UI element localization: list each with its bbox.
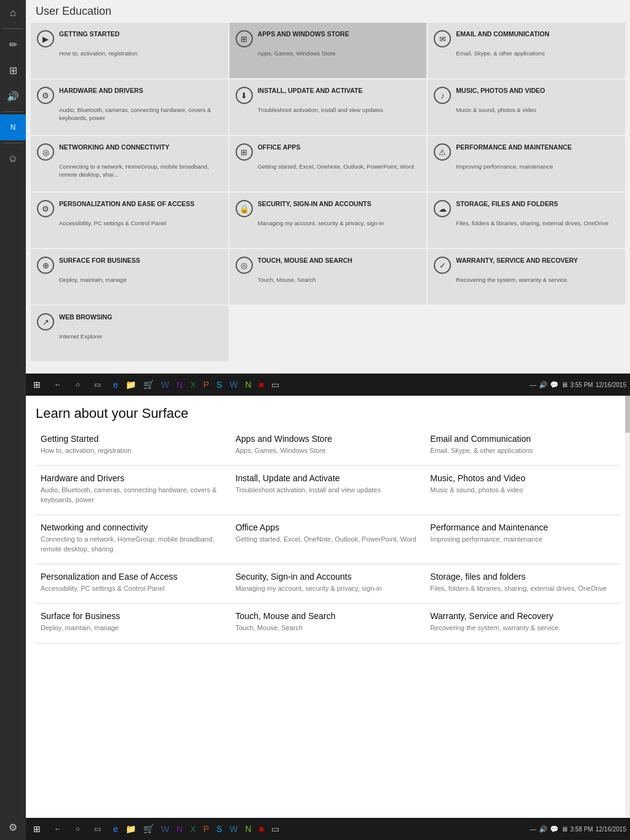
bottom-item-0[interactable]: Getting Started How to, activation, regi… (36, 426, 231, 466)
bottom-item-4[interactable]: Install, Update and Activate Troubleshoo… (231, 466, 426, 515)
scrollbar-thumb[interactable] (625, 396, 630, 433)
back-btn-bottom[interactable]: ← (48, 818, 68, 840)
grid-item-4[interactable]: ⬇ INSTALL, UPDATE AND ACTIVATE Troublesh… (229, 79, 427, 135)
grid-item-header-11: ☁ STORAGE, FILES AND FOLDERS (434, 200, 619, 217)
bottom-item-6[interactable]: Networking and connectivity Connecting t… (36, 515, 231, 564)
grid-item-11[interactable]: ☁ STORAGE, FILES AND FOLDERS Files, fold… (428, 193, 625, 248)
ie-icon[interactable]: e (110, 374, 122, 396)
tablet-btn-bottom[interactable]: ▭ (87, 818, 107, 840)
bottom-item-8[interactable]: Performance and Maintenance Improving pe… (425, 515, 620, 564)
ie-icon-b[interactable]: e (110, 818, 122, 840)
back-btn-top[interactable]: ← (48, 374, 68, 396)
bottom-item-3[interactable]: Hardware and Drivers Audio, Bluetooth, c… (36, 466, 231, 515)
bottom-item-9[interactable]: Personalization and Ease of Access Acces… (36, 564, 231, 604)
skype-icon[interactable]: S (213, 374, 226, 396)
grid-title-9: PERSONALIZATION AND EASE OF ACCESS (59, 200, 194, 208)
grid-item-3[interactable]: ⚙ HARDWARE AND DRIVERS Audio, Bluetooth,… (31, 79, 228, 135)
ppt-icon[interactable]: P (199, 374, 212, 396)
store-icon-b[interactable]: 🛒 (140, 818, 158, 840)
grid-item-6[interactable]: ◎ NETWORKING AND CONNECTIVITY Connecting… (31, 136, 228, 191)
bottom-item-title-9: Personalization and Ease of Access (41, 572, 226, 582)
bottom-header: Learn about your Surface (26, 396, 630, 426)
onenote-icon-b[interactable]: N (173, 818, 186, 840)
word-icon-b[interactable]: W (158, 818, 173, 840)
grid-title-0: GETTING STARTED (59, 30, 119, 38)
grid-item-10[interactable]: 🔒 SECURITY, SIGN-IN AND ACCOUNTS Managin… (229, 193, 427, 248)
wp-icon[interactable]: W (226, 374, 241, 396)
grid-desc-5: Music & sound, photos & video (456, 106, 619, 114)
bottom-pane: Learn about your Surface Getting Started… (26, 396, 630, 818)
folder-icon-b[interactable]: 📁 (122, 818, 140, 840)
grid-item-header-1: ⊞ APPS AND WINDOWS STORE (236, 30, 421, 47)
bottom-item-desc-3: Audio, Bluetooth, cameras, connecting ha… (41, 486, 226, 505)
excel-icon-b[interactable]: X (186, 818, 199, 840)
grid-desc-11: Files, folders & libraries, sharing, ext… (456, 220, 619, 228)
sound-icon-b: 🔊 (539, 825, 548, 833)
top-pane: User Education ▶ GETTING STARTED How to,… (26, 0, 630, 374)
tablet2-icon[interactable]: ▭ (268, 374, 283, 396)
red-icon[interactable]: ■ (255, 374, 268, 396)
bottom-item-14[interactable]: Warranty, Service and Recovery Recoverin… (425, 604, 620, 643)
grid-item-9[interactable]: ⚙ PERSONALIZATION AND EASE OF ACCESS Acc… (31, 193, 228, 248)
bottom-item-desc-8: Improving performance, maintenance (430, 535, 615, 544)
grid-item-1[interactable]: ⊞ APPS AND WINDOWS STORE Apps, Games, Wi… (229, 23, 427, 78)
notif-icon-b: 💬 (550, 825, 559, 833)
taskbar-right-bottom: — 🔊 💬 🖥 3:58 PM 12/16/2015 (530, 825, 626, 833)
grid-item-0[interactable]: ▶ GETTING STARTED How to, activation, re… (31, 23, 228, 78)
skype-icon-b[interactable]: S (213, 818, 226, 840)
bottom-item-1[interactable]: Apps and Windows Store Apps, Games, Wind… (231, 426, 426, 466)
sidebar-edit-icon[interactable]: ✏ (0, 31, 26, 57)
tablet-btn-top[interactable]: ▭ (87, 374, 107, 396)
sidebar-volume-icon[interactable]: 🔊 (0, 83, 26, 109)
start-button-top[interactable]: ⊞ (26, 374, 48, 396)
excel-icon[interactable]: X (186, 374, 199, 396)
bottom-grid: Getting Started How to, activation, regi… (26, 426, 630, 644)
grid-desc-7: Getting started, Excel, OneNote, Outlook… (258, 163, 421, 171)
folder-icon[interactable]: 📁 (122, 374, 140, 396)
sidebar-home-icon[interactable]: ⌂ (0, 0, 26, 26)
bottom-item-12[interactable]: Surface for Business Deploy, maintain, m… (36, 604, 231, 643)
sidebar-settings-icon[interactable]: ⚙ (0, 814, 26, 840)
store-icon[interactable]: 🛒 (140, 374, 158, 396)
bottom-item-5[interactable]: Music, Photos and Video Music & sound, p… (425, 466, 620, 515)
grid-item-2[interactable]: ✉ EMAIL AND COMMUNICATION Email, Skype, … (428, 23, 625, 78)
n2-icon[interactable]: N (241, 374, 255, 396)
tablet2-icon-b[interactable]: ▭ (268, 818, 283, 840)
taskbar-date-bottom: 12/16/2015 (596, 825, 626, 833)
bottom-item-desc-13: Touch, Mouse, Search (236, 623, 421, 633)
bottom-item-title-2: Email and Communication (430, 434, 615, 444)
n2-icon-b[interactable]: N (241, 818, 255, 840)
circle-btn-bottom[interactable]: ○ (68, 818, 87, 840)
ppt-icon-b[interactable]: P (199, 818, 212, 840)
start-button-bottom[interactable]: ⊞ (26, 818, 48, 840)
bottom-item-11[interactable]: Storage, files and folders Files, folder… (425, 564, 620, 604)
grid-item-15[interactable]: ↗ WEB BROWSING Internet Explorer (31, 306, 228, 361)
bottom-item-13[interactable]: Touch, Mouse and Search Touch, Mouse, Se… (231, 604, 426, 643)
taskbar-bottom: ⊞ ← ○ ▭ e 📁 🛒 W N X P S W N ■ ▭ — 🔊 💬 🖥 … (26, 818, 630, 840)
circle-btn-top[interactable]: ○ (68, 374, 87, 396)
bottom-item-desc-9: Accessibility, PC settings & Control Pan… (41, 584, 226, 593)
sidebar-grid-icon[interactable]: ⊞ (0, 57, 26, 83)
bottom-item-desc-10: Managing my account, security & privacy,… (236, 584, 421, 593)
bottom-item-title-6: Networking and connectivity (41, 522, 226, 532)
grid-item-8[interactable]: ⚠ PERFORMANCE AND MAINTENANCE Improving … (428, 136, 625, 191)
grid-item-14[interactable]: ✓ WARRANTY, SERVICE AND RECOVERY Recover… (428, 249, 625, 305)
sidebar-divider-1 (2, 28, 23, 29)
sidebar-nav-icon[interactable]: N (0, 114, 26, 140)
bottom-item-2[interactable]: Email and Communication Email, Skype, & … (425, 426, 620, 466)
taskbar-top: ⊞ ← ○ ▭ e 📁 🛒 W N X P S W N ■ ▭ — 🔊 💬 🖥 … (26, 374, 630, 396)
word-icon[interactable]: W (158, 374, 173, 396)
grid-item-13[interactable]: ◎ TOUCH, MOUSE AND SEARCH Touch, Mouse, … (229, 249, 427, 305)
grid-icon-4: ⬇ (236, 87, 253, 104)
wp-icon-b[interactable]: W (226, 818, 241, 840)
sidebar-smiley-icon[interactable]: ☺ (0, 146, 26, 172)
grid-item-5[interactable]: ♪ MUSIC, PHOTOS AND VIDEO Music & sound,… (428, 79, 625, 135)
red-icon-b[interactable]: ■ (255, 818, 268, 840)
bottom-item-7[interactable]: Office Apps Getting started, Excel, OneN… (231, 515, 426, 564)
bottom-item-10[interactable]: Security, Sign-in and Accounts Managing … (231, 564, 426, 604)
onenote-icon[interactable]: N (173, 374, 186, 396)
grid-item-header-4: ⬇ INSTALL, UPDATE AND ACTIVATE (236, 87, 421, 104)
grid-item-header-2: ✉ EMAIL AND COMMUNICATION (434, 30, 619, 47)
grid-item-12[interactable]: ⊕ SURFACE FOR BUSINESS Deploy, maintain,… (31, 249, 228, 305)
grid-item-7[interactable]: ⊞ OFFICE APPS Getting started, Excel, On… (229, 136, 427, 191)
